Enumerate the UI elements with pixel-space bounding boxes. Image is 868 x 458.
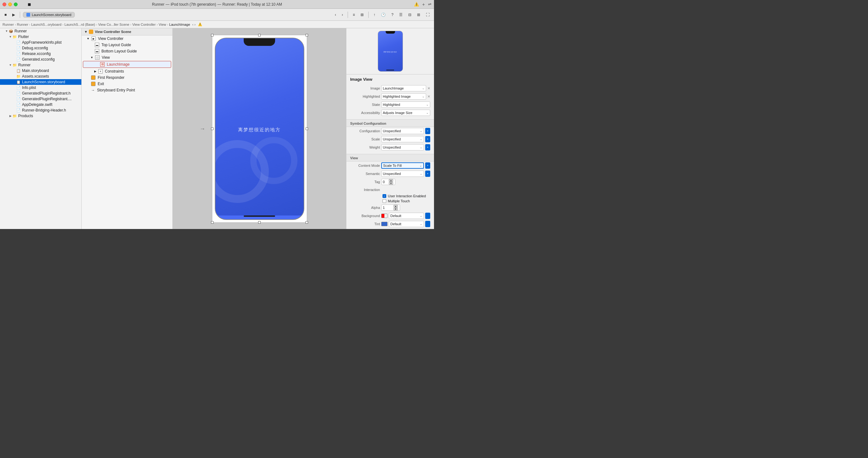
close-button[interactable] [2,2,6,6]
editor-options-icon[interactable]: ⊞ [415,11,422,18]
nav-generated-plugin-h[interactable]: 📄 GeneratedPluginRegistrant.h [0,90,81,96]
alpha-stepper-down[interactable]: ▼ [394,208,398,211]
alpha-stepper[interactable]: ▲ ▼ [394,205,399,211]
handle-bl[interactable] [211,221,214,224]
background-swatch[interactable] [381,214,388,218]
sb-view-controller[interactable]: ▼ ▶ View Controller [82,35,173,42]
nav-group-products[interactable]: ▶ 📁 Products [0,113,81,119]
minimize-button[interactable] [8,2,12,6]
user-interaction-label: User Interaction Enabled [388,194,426,198]
nav-generated-plugin-m[interactable]: 📄 GeneratedPluginRegistrant.... [0,96,81,102]
nav-debug-xcconfig[interactable]: 📄 Debug.xcconfig [0,45,81,51]
breadcrumb-view[interactable]: View [159,23,166,26]
help-icon[interactable]: ? [390,11,395,18]
alpha-field[interactable]: 1 ▲ ▼ [381,205,400,211]
sb-entry-point[interactable]: → Storyboard Entry Point [82,87,173,93]
nav-info-plist[interactable]: 📄 Info.plist [0,85,81,90]
weight-field[interactable]: Unspecified ⌄ [381,144,424,150]
configuration-field[interactable]: Unspecified ⌄ [381,128,424,134]
nav-runner-bridging[interactable]: 📄 Runner-Bridging-Header.h [0,108,81,113]
weight-blue-btn[interactable]: + [425,144,430,150]
view-switcher-icon[interactable]: ⊞ [359,11,366,18]
breadcrumb-viewcontrollerscene[interactable]: View Co...ller Scene [98,23,129,26]
accessibility-field[interactable]: Adjusts Image Size ⌄ [381,110,430,116]
run-button[interactable]: ▶ [10,11,17,18]
highlighted-label: Highlighted [350,95,380,98]
background-field[interactable]: Default ⌄ [389,213,424,219]
sb-view[interactable]: ▼ ⬜ View [82,54,173,61]
inspector-icon[interactable]: ☰ [397,11,404,18]
sb-scene-header[interactable]: ▼ View Controller Scene [82,28,173,35]
alpha-stepper-up[interactable]: ▲ [394,205,398,208]
nav-appdelegate-swift[interactable]: 📄 AppDelegate.swift [0,102,81,108]
disclosure-icon: ▼ [5,30,8,33]
nav-arrows[interactable]: ‹ › [192,23,195,26]
tag-stepper[interactable]: ▲ ▼ [389,179,394,185]
content-mode-field[interactable]: Scale To Fill ⌄ [381,162,424,169]
tag-field[interactable]: 0 ▲ ▼ [381,179,395,185]
image-field[interactable]: LaunchImage ⌄ [381,85,426,91]
sb-constraints[interactable]: ▶ ≡ Constraints [82,68,173,74]
nav-group-flutter[interactable]: ▼ 📁 Flutter [0,34,81,39]
image-clear-btn[interactable]: ✕ [427,86,430,90]
handle-br[interactable] [306,221,308,224]
background-blue-btn[interactable] [425,213,430,219]
breadcrumb-launchimage[interactable]: LaunchImage [169,23,190,26]
sb-bottom-layout-guide[interactable]: ▬ Bottom Layout Guide [82,48,173,54]
nav-forward-button[interactable]: › [340,11,345,18]
state-field[interactable]: Highlighted ⌄ [381,101,430,108]
full-screen-icon[interactable]: ⛶ [424,11,432,18]
sb-first-responder[interactable]: First Responder [82,74,173,81]
split-icon[interactable]: ⇌ [428,2,432,7]
scale-blue-btn[interactable]: + [425,136,430,142]
handle-tr[interactable] [306,34,308,36]
handle-ml[interactable] [211,127,214,130]
tag-stepper-up[interactable]: ▲ [389,179,393,182]
tint-field[interactable]: Default ⌄ [389,221,424,227]
handle-mr[interactable] [306,127,308,130]
tint-blue-btn[interactable] [425,221,430,227]
maximize-button[interactable] [14,2,18,6]
highlighted-field[interactable]: Highlighted Image ⌄ [381,93,426,99]
nav-launchscreen-storyboard[interactable]: 📋 LaunchScreen.storyboard [0,79,81,85]
sb-launchimage[interactable]: 🖼 LaunchImage [83,61,171,68]
breadcrumb-launchsbase[interactable]: LaunchS...rd (Base) [64,23,95,26]
breadcrumb-launchsoryboard[interactable]: LaunchS...oryboard [31,23,62,26]
multiple-touch-checkbox[interactable] [382,199,386,203]
config-blue-btn[interactable]: + [425,128,430,134]
nav-group-runner[interactable]: ▼ 📁 Runner [0,62,81,68]
share-icon[interactable]: ↑ [372,11,377,18]
sb-top-layout-guide[interactable]: ▬ Top Layout Guide [82,42,173,48]
handle-bm[interactable] [258,221,261,224]
nav-back-button[interactable]: ‹ [333,11,338,18]
inspector-left-icon[interactable]: ≡ [351,11,357,18]
nav-root-runner[interactable]: ▼ 📦 Runner [0,28,81,34]
nav-generated-xcconfig[interactable]: 📄 Generated.xcconfig [0,57,81,62]
user-interaction-checkbox[interactable] [382,194,386,198]
file-tab[interactable]: LaunchScreen.storyboard [23,12,75,18]
tint-swatch[interactable] [381,222,388,226]
add-tab-icon[interactable]: + [422,2,425,7]
nav-release-xcconfig[interactable]: 📄 Release.xcconfig [0,51,81,57]
warning-icon[interactable]: ⚠️ [414,2,419,7]
preview-notch [385,31,395,34]
handle-tm[interactable] [258,34,261,36]
sb-exit[interactable]: Exit [82,81,173,87]
nav-appframework[interactable]: 📄 AppFrameworkInfo.plist [0,39,81,45]
scale-field[interactable]: Unspecified ⌄ [381,136,424,142]
content-mode-blue-btn[interactable]: + [425,162,430,169]
semantic-blue-btn[interactable]: + [425,171,430,177]
highlighted-clear-btn[interactable]: ✕ [427,95,430,99]
breadcrumb-viewcontroller[interactable]: View Controller [132,23,155,26]
nav-assets[interactable]: 📁 Assets.xcassets [0,73,81,79]
right-panel-icon[interactable]: ⊟ [406,11,413,18]
image-label: Image [350,86,380,90]
tag-stepper-down[interactable]: ▼ [389,182,393,185]
clock-icon[interactable]: 🕐 [379,11,388,18]
breadcrumb-runner2[interactable]: Runner [17,23,28,26]
semantic-field[interactable]: Unspecified ⌄ [381,171,424,177]
stop-button[interactable]: ■ [2,11,8,18]
nav-main-storyboard[interactable]: 📋 Main.storyboard [0,68,81,73]
breadcrumb-runner1[interactable]: Runner [2,23,14,26]
handle-tl[interactable] [211,34,214,36]
